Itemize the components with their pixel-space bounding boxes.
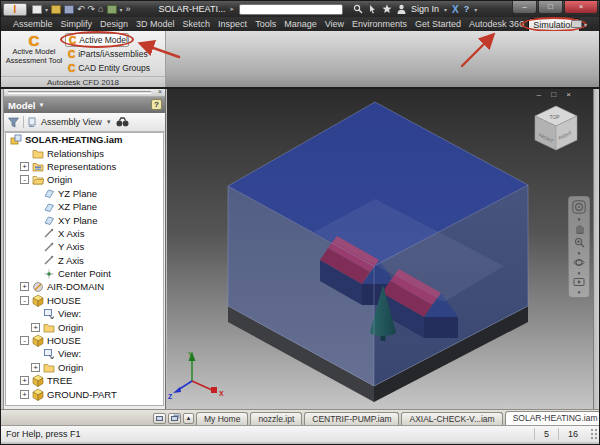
redo-icon[interactable]: ↷	[88, 5, 96, 14]
doc-tab-solar-heating-iam[interactable]: SOLAR-HEATING.iam⊠	[505, 411, 600, 425]
tree-item-view[interactable]: View:	[6, 347, 163, 360]
ribbon-tab-assemble[interactable]: Assemble	[9, 18, 57, 31]
expand-icon[interactable]: +	[31, 323, 40, 332]
collapse-icon[interactable]: -	[20, 336, 29, 345]
browser-title-dropdown-icon[interactable]: ▼	[38, 102, 44, 108]
inventor-logo-icon[interactable]: I	[3, 3, 27, 16]
ribbon-tab-autodesk-360[interactable]: Autodesk 360	[465, 18, 528, 31]
collapse-icon[interactable]: -	[20, 296, 29, 305]
doc-tab-nozzle-ipt[interactable]: nozzle.ipt	[250, 412, 302, 425]
resize-grip[interactable]	[589, 429, 599, 439]
tree-item-ground-part[interactable]: +GROUND-PART	[6, 387, 163, 400]
doc-tab-my-home[interactable]: My Home	[196, 412, 248, 425]
tree-item-origin[interactable]: +Origin	[6, 361, 163, 374]
browser-help-icon[interactable]: ?	[151, 99, 162, 110]
ribbon-tab-design[interactable]: Design	[96, 18, 132, 31]
view-mode-selector[interactable]: Assembly View	[41, 117, 102, 127]
tree-item-yz-plane[interactable]: YZ Plane	[6, 187, 163, 200]
3d-scene[interactable]: Y X Z	[167, 89, 593, 409]
open-file-icon[interactable]	[51, 5, 61, 14]
expand-icon[interactable]: +	[20, 390, 29, 399]
browser-dock-bar[interactable]: ×	[4, 89, 165, 97]
iparts-iassemblies-button[interactable]: CiParts/iAssemblies	[65, 47, 165, 61]
ribbon-tab-inspect[interactable]: Inspect	[214, 18, 251, 31]
help-dropdown-icon[interactable]: ▾	[474, 6, 477, 13]
minimize-button[interactable]: –	[512, 1, 537, 14]
tree-item-origin[interactable]: +Origin	[6, 320, 163, 333]
tree-item-xy-plane[interactable]: XY Plane	[6, 213, 163, 226]
ribbon-tab-3d-model[interactable]: 3D Model	[132, 18, 179, 31]
tree-item-house[interactable]: -HOUSE	[6, 334, 163, 347]
tree-item-view[interactable]: View:	[6, 307, 163, 320]
doc-tab-centrif-pump-iam[interactable]: CENTRIF-PUMP.iam	[304, 412, 399, 425]
tree-item-house[interactable]: -HOUSE	[6, 294, 163, 307]
navigation-bar[interactable]: ▾ ▾ ▾ ▾	[568, 196, 590, 298]
zoom-icon[interactable]	[574, 237, 585, 248]
tree-item-origin[interactable]: -Origin	[6, 173, 163, 186]
collapse-icon[interactable]: -	[20, 175, 29, 184]
find-binoculars-icon[interactable]	[116, 117, 129, 127]
tree-item-x-axis[interactable]: X Axis	[6, 227, 163, 240]
ribbon-tab-tools[interactable]: Tools	[251, 18, 280, 31]
new-file-icon[interactable]	[32, 5, 42, 14]
exchange-apps-icon[interactable]: X	[452, 4, 459, 15]
search-icon[interactable]	[353, 4, 363, 14]
tree-item-y-axis[interactable]: Y Axis	[6, 240, 163, 253]
ribbon-tab-get-started[interactable]: Get Started	[411, 18, 465, 31]
new-file-dropdown-icon[interactable]: ▾	[45, 6, 48, 13]
tree-item-center-point[interactable]: Center Point	[6, 267, 163, 280]
filter-icon[interactable]	[8, 117, 19, 128]
tree-item-representations[interactable]: +Representations	[6, 160, 163, 173]
browser-close-icon[interactable]: ×	[158, 88, 162, 95]
ribbon-tab-manage[interactable]: Manage	[280, 18, 321, 31]
cascade-windows-icon[interactable]	[153, 413, 166, 424]
sign-in-dropdown-icon[interactable]: ▾	[444, 6, 447, 13]
close-button[interactable]: ×	[564, 1, 598, 14]
viewcube[interactable]: TOP FRONT RIGHT	[533, 104, 579, 154]
home-icon[interactable]: ⌂	[98, 5, 103, 14]
navigation-wheel-icon[interactable]	[572, 200, 586, 214]
viewport[interactable]: Y X Z – □ × TOP FRONT RIGHT ▾	[167, 89, 593, 409]
favorites-star-icon[interactable]	[382, 4, 392, 14]
qat-dropdown-icon[interactable]: ▾	[120, 6, 123, 13]
active-model-button[interactable]: CActive Model	[65, 33, 129, 47]
pan-hand-icon[interactable]	[574, 223, 585, 234]
look-at-icon[interactable]	[573, 277, 585, 287]
save-icon[interactable]	[64, 5, 74, 14]
tree-item-air-domain[interactable]: +AIR-DOMAIN	[6, 280, 163, 293]
ribbon-tab-environments[interactable]: Environments	[348, 18, 411, 31]
view-mode-dropdown-icon[interactable]: ▼	[106, 119, 112, 125]
help-icon[interactable]: ?	[464, 4, 470, 14]
tree-item-z-axis[interactable]: Z Axis	[6, 254, 163, 267]
ribbon-display-options[interactable]: ▾	[571, 19, 591, 29]
restore-button[interactable]: □	[538, 1, 563, 14]
expand-icon[interactable]: +	[20, 282, 29, 291]
expand-icon[interactable]: +	[31, 363, 40, 372]
doc-tab-axial-check-v-iam[interactable]: AXIAL-CHECK-V...iam	[401, 412, 502, 425]
tree-item-relationships[interactable]: Relationships	[6, 146, 163, 159]
ribbon-display-dropdown-icon[interactable]: ▾	[584, 21, 587, 28]
expand-icon[interactable]: +	[20, 376, 29, 385]
browser-header[interactable]: Model ▼ ?	[4, 97, 165, 113]
active-model-assessment-tool-button[interactable]: C Active Model Assessment Tool	[5, 33, 63, 75]
render-icon[interactable]	[107, 5, 117, 14]
undo-icon[interactable]: ↶	[77, 5, 85, 14]
ribbon-tab-view[interactable]: View	[321, 18, 348, 31]
ribbon-tab-simplify[interactable]: Simplify	[57, 18, 97, 31]
tree-item-tree[interactable]: +TREE	[6, 374, 163, 387]
tree-item-xz-plane[interactable]: XZ Plane	[6, 200, 163, 213]
tile-windows-icon[interactable]	[168, 413, 181, 424]
orbit-icon[interactable]	[573, 257, 585, 268]
navbar-dropdown-icon[interactable]: ▾	[578, 290, 581, 294]
search-input[interactable]	[239, 4, 343, 15]
tree-item-solar-heating-iam[interactable]: SOLAR-HEATING.iam	[6, 133, 163, 146]
ribbon-tab-sketch[interactable]: Sketch	[179, 18, 215, 31]
expand-icon[interactable]: +	[20, 162, 29, 171]
orbit-dropdown-icon[interactable]: ▾	[578, 271, 581, 275]
qat-more-icon[interactable]: »	[126, 5, 131, 14]
wheel-dropdown-icon[interactable]: ▾	[578, 217, 581, 221]
sign-in-button[interactable]: Sign In	[411, 4, 439, 14]
document-window-controls[interactable]: – □ ×	[537, 90, 575, 99]
cad-entity-groups-button[interactable]: CCAD Entity Groups	[65, 61, 165, 75]
tabs-expand-icon[interactable]: ▲	[183, 413, 194, 424]
